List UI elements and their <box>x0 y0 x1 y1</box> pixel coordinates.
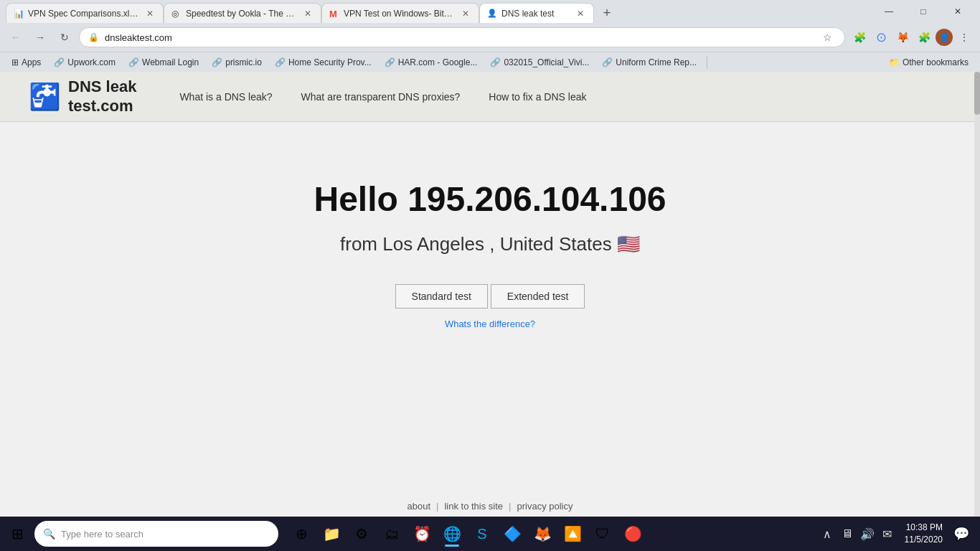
bookmark-uniform-crime[interactable]: 🔗 Uniform Crime Rep... <box>596 55 702 70</box>
nav-what-is-dns[interactable]: What is a DNS leak? <box>179 91 272 103</box>
tab2-favicon: ◎ <box>171 9 182 19</box>
taskbar-search-placeholder: Type here to search <box>61 529 270 540</box>
taskbar-norton[interactable]: 🛡 <box>588 519 617 548</box>
footer-sep2: | <box>509 501 511 512</box>
nav-transparent-proxies[interactable]: What are transparent DNS proxies? <box>301 91 461 103</box>
main-content: Hello 195.206.104.106 from Los Angeles ,… <box>0 122 980 329</box>
tray-mail-icon[interactable]: ✉ <box>879 525 896 542</box>
norton-icon: 🛡 <box>595 526 610 542</box>
taskbar-file-explorer[interactable]: 📁 <box>317 519 346 548</box>
refresh-button[interactable]: ↻ <box>55 27 75 47</box>
clock-app-icon: ⏰ <box>413 525 431 542</box>
footer-about-link[interactable]: about <box>407 501 430 512</box>
task-view-icon: ⊕ <box>296 525 308 542</box>
other-bookmarks-button[interactable]: 📁 Other bookmarks <box>883 55 974 70</box>
clock-date: 11/5/2020 <box>905 534 943 546</box>
tray-chevron-up[interactable]: ∧ <box>819 525 836 542</box>
clock-display[interactable]: 10:38 PM 11/5/2020 <box>900 520 947 547</box>
new-tab-button[interactable]: + <box>597 3 617 23</box>
nav-how-to-fix[interactable]: How to fix a DNS leak <box>489 91 586 103</box>
maximize-button[interactable]: □ <box>907 0 940 23</box>
profile-avatar[interactable]: 👤 <box>936 29 953 46</box>
032015-icon: 🔗 <box>490 57 501 67</box>
tab-vpn-spec[interactable]: 📊 VPN Spec Comparisons.xlsx - Go... ✕ <box>6 3 164 23</box>
tab1-favicon: 📊 <box>14 9 24 19</box>
system-tray: ∧ 🖥 🔊 ✉ 10:38 PM 11/5/2020 💬 <box>819 519 977 548</box>
edge-icon: 🔷 <box>504 525 522 542</box>
whats-difference-link[interactable]: Whats the difference? <box>445 319 535 329</box>
tray-network-icon[interactable]: 🖥 <box>839 525 856 542</box>
taskbar-chrome[interactable]: 🌐 <box>438 519 466 548</box>
scrollbar[interactable] <box>974 72 980 517</box>
chrome-icon: ⊙ <box>871 27 891 47</box>
taskbar: ⊞ 🔍 Type here to search ⊕ 📁 ⚙ 🗂 ⏰ <box>0 517 980 551</box>
tab-speedtest[interactable]: ◎ Speedtest by Ookla - The Global ... ✕ <box>164 3 321 23</box>
taskbar-vpn[interactable]: 🔴 <box>618 519 647 548</box>
close-button[interactable]: ✕ <box>941 0 974 23</box>
puzzle-ext-button[interactable]: 🧩 <box>914 27 934 47</box>
taskbar-firefox[interactable]: 🦊 <box>528 519 557 548</box>
tab3-close[interactable]: ✕ <box>460 8 471 19</box>
bookmark-apps[interactable]: ⊞ Apps <box>6 55 47 70</box>
taskbar-settings[interactable]: ⚙ <box>347 519 376 548</box>
site-nav-links: What is a DNS leak? What are transparent… <box>179 91 586 103</box>
taskbar-upwork[interactable]: 🔼 <box>558 519 587 548</box>
start-button[interactable]: ⊞ <box>3 519 32 548</box>
back-button[interactable]: ← <box>6 27 26 47</box>
tab1-close[interactable]: ✕ <box>144 8 156 19</box>
minimize-button[interactable]: — <box>872 0 905 23</box>
taskbar-search-icon: 🔍 <box>43 528 55 540</box>
prismic-icon: 🔗 <box>212 57 222 67</box>
hello-heading: Hello 195.206.104.106 <box>314 179 666 219</box>
site-footer: about | link to this site | privacy poli… <box>0 495 980 517</box>
title-bar: 📊 VPN Spec Comparisons.xlsx - Go... ✕ ◎ … <box>0 0 980 23</box>
site-nav: 🚰 DNS leak test.com What is a DNS leak? … <box>0 72 980 122</box>
folder-icon: 📁 <box>889 57 900 67</box>
taskbar-task-view[interactable]: ⊕ <box>287 519 316 548</box>
upwork-icon: 🔗 <box>54 57 65 67</box>
taskbar-items: ⊕ 📁 ⚙ 🗂 ⏰ 🌐 S 🔷 🦊 <box>287 519 647 548</box>
clock-time: 10:38 PM <box>905 522 943 534</box>
tab3-title: VPN Test on Windows- Bitdefend... <box>344 9 456 19</box>
file-explorer-icon: 📁 <box>323 525 341 542</box>
tab3-favicon: M <box>329 9 339 19</box>
extensions-button[interactable]: 🧩 <box>849 27 870 47</box>
footer-privacy-link[interactable]: privacy policy <box>517 501 573 512</box>
folder-yellow-icon: 🗂 <box>385 526 399 542</box>
location-text: from Los Angeles , United States 🇺🇸 <box>340 233 640 255</box>
lock-icon: 🔒 <box>88 32 99 42</box>
upwork-taskbar-icon: 🔼 <box>564 525 582 542</box>
taskbar-edge[interactable]: 🔷 <box>498 519 527 548</box>
scrollbar-thumb[interactable] <box>974 72 980 115</box>
standard-test-button[interactable]: Standard test <box>395 284 488 309</box>
tab-dns-leak[interactable]: 👤 DNS leak test ✕ <box>479 3 594 23</box>
bookmark-har[interactable]: 🔗 HAR.com - Google... <box>379 55 484 70</box>
bookmark-star-button[interactable]: ☆ <box>819 29 836 46</box>
bookmark-032015[interactable]: 🔗 032015_Official_Vivi... <box>484 55 595 70</box>
tab4-close[interactable]: ✕ <box>575 8 586 19</box>
notification-center-button[interactable]: 💬 <box>951 519 971 548</box>
taskbar-skype[interactable]: S <box>468 519 496 548</box>
uniform-crime-icon: 🔗 <box>602 57 613 67</box>
taskbar-folder[interactable]: 🗂 <box>377 519 406 548</box>
bookmark-webmail[interactable]: 🔗 Webmail Login <box>123 55 204 70</box>
bookmark-prismic[interactable]: 🔗 prismic.io <box>206 55 268 70</box>
url-actions: ☆ <box>819 29 836 46</box>
bookmarks-separator <box>707 56 707 69</box>
firefox-ext-button[interactable]: 🦊 <box>892 27 913 47</box>
menu-button[interactable]: ⋮ <box>954 27 974 47</box>
tab1-title: VPN Spec Comparisons.xlsx - Go... <box>28 9 140 19</box>
site-logo: 🚰 DNS leak test.com <box>29 77 136 116</box>
extended-test-button[interactable]: Extended test <box>491 284 585 309</box>
footer-link-to-site[interactable]: link to this site <box>444 501 503 512</box>
taskbar-timer[interactable]: ⏰ <box>407 519 436 548</box>
tray-volume-icon[interactable]: 🔊 <box>859 525 876 542</box>
url-bar[interactable]: 🔒 dnsleaktest.com ☆ <box>79 27 845 47</box>
tab-gmail[interactable]: M VPN Test on Windows- Bitdefend... ✕ <box>321 3 479 23</box>
tab2-close[interactable]: ✕ <box>302 8 314 19</box>
forward-button[interactable]: → <box>30 27 50 47</box>
bookmark-home-security[interactable]: 🔗 Home Security Prov... <box>269 55 377 70</box>
bookmark-upwork[interactable]: 🔗 Upwork.com <box>48 55 121 70</box>
taskbar-search-bar[interactable]: 🔍 Type here to search <box>34 521 278 547</box>
window-controls: — □ ✕ <box>872 0 974 23</box>
